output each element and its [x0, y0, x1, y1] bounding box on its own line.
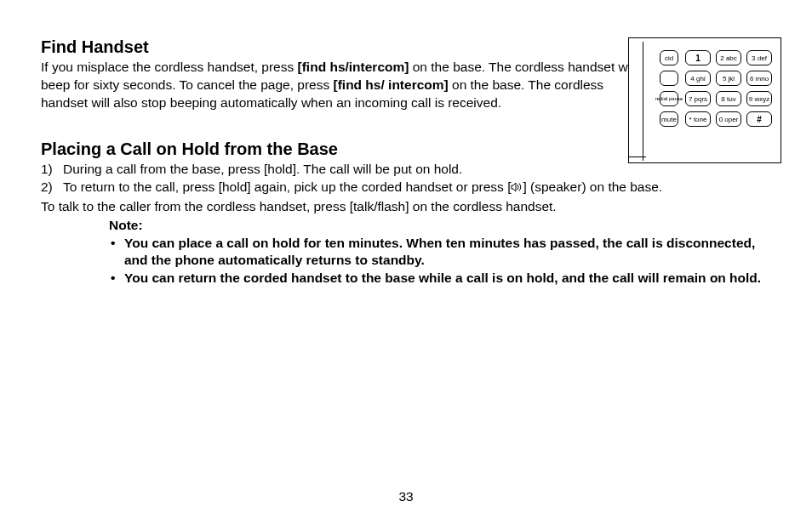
keypad-side-key: cid — [660, 50, 678, 65]
text-fragment: . The call will be put on hold. — [296, 162, 462, 176]
find-hs-intercom-key: [find hs/ intercom] — [334, 77, 449, 92]
note-item: You can place a call on hold for ten min… — [109, 235, 771, 270]
keypad-side-key — [660, 71, 678, 86]
key-label: 1 — [695, 54, 700, 63]
text-fragment: If you misplace the cordless handset, pr… — [41, 60, 298, 74]
text-fragment: To talk to the caller from the cordless … — [41, 199, 350, 213]
note-label: Note: — [109, 218, 771, 233]
find-hs-intercom-key: [find hs/intercom] — [298, 60, 409, 74]
keypad-key-1: 1 — [685, 50, 711, 65]
text-fragment: on the cordless handset. — [409, 199, 556, 213]
hold-step-2: 2) To return to the call, press [hold] a… — [41, 179, 771, 196]
keypad-key-hash: # — [746, 111, 772, 127]
text-fragment: During a call from the base, press — [63, 162, 264, 176]
keypad-key-4: 4 ghi — [685, 71, 711, 86]
keypad-key-6: 6 mno — [746, 71, 772, 86]
hold-steps-list: 1) During a call from the base, press [h… — [41, 161, 771, 196]
keypad-side-key: mute — [660, 111, 678, 127]
keypad-divider — [643, 42, 643, 161]
phone-keypad-illustration: cid redial pause mute 1 2 abc 3 def 4 gh… — [628, 37, 781, 163]
key-label: # — [757, 115, 762, 124]
note-item: You can return the corded handset to the… — [109, 270, 771, 287]
talk-flash-paragraph: To talk to the caller from the cordless … — [41, 198, 771, 216]
text-fragment: (speaker) on the base. — [527, 179, 662, 194]
text-fragment: To return to the call, press — [63, 179, 219, 194]
step-number: 2) — [41, 179, 53, 196]
speaker-icon — [511, 182, 523, 192]
step-number: 1) — [41, 161, 53, 179]
hold-key: [hold] — [264, 162, 296, 176]
keypad-key-9: 9 wxyz — [746, 91, 772, 106]
text-fragment: again, pick up the corded handset or pre… — [251, 179, 508, 194]
keypad-key-7: 7 pqrs — [685, 91, 711, 106]
keypad-key-8: 8 tuv — [716, 91, 741, 106]
keypad-inner: cid redial pause mute 1 2 abc 3 def 4 gh… — [648, 43, 787, 157]
find-handset-paragraph: If you misplace the cordless handset, pr… — [41, 59, 645, 112]
keypad-baseline — [629, 157, 646, 157]
keypad-key-2: 2 abc — [716, 50, 741, 65]
keypad-key-5: 5 jkl — [716, 71, 741, 86]
keypad-key-star: * tone — [685, 111, 711, 127]
page-number: 33 — [0, 489, 812, 504]
keypad-side-key: redial pause — [660, 91, 678, 106]
note-list: You can place a call on hold for ten min… — [109, 235, 771, 288]
note-block: Note: You can place a call on hold for t… — [109, 218, 771, 288]
talk-flash-key: [talk/flash] — [350, 199, 409, 213]
keypad-key-3: 3 def — [746, 50, 772, 65]
keypad-key-0: 0 oper — [716, 111, 741, 127]
hold-key: [hold] — [219, 179, 251, 194]
